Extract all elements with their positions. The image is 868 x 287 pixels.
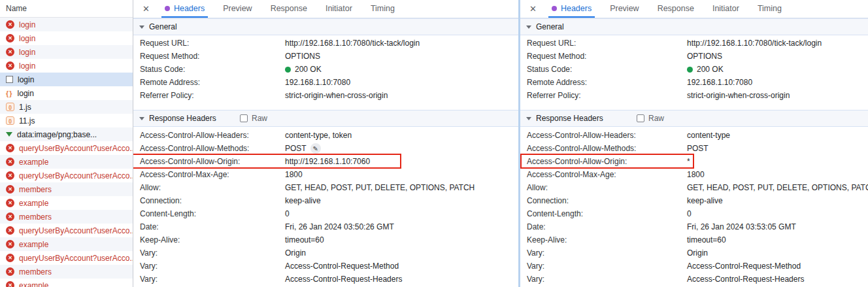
request-row[interactable]: ✕example xyxy=(0,155,133,169)
header-name: Allow: xyxy=(527,183,687,192)
request-row[interactable]: ✕login xyxy=(0,59,133,73)
header-value-wrap: http://192.168.1.10:7060 xyxy=(285,157,370,166)
request-name: example xyxy=(19,158,48,167)
error-icon: ✕ xyxy=(6,144,14,152)
general-section-title: General xyxy=(149,22,177,31)
tab-initiator[interactable]: Initiator xyxy=(709,0,743,18)
error-icon: ✕ xyxy=(6,240,14,248)
response-headers-section-header[interactable]: Response HeadersRaw xyxy=(133,110,518,127)
header-name: Request URL: xyxy=(140,39,285,48)
raw-checkbox[interactable] xyxy=(637,114,644,122)
tab-bar: ✕HeadersPreviewResponseInitiatorTiming xyxy=(133,0,518,18)
request-row[interactable]: ✕login xyxy=(0,18,133,31)
response-headers-section-title: Response Headers xyxy=(536,114,603,123)
request-row[interactable]: ✕queryUserByAccount?userAcco... xyxy=(0,224,133,237)
request-row[interactable]: ✕queryUserByAccount?userAcco... xyxy=(0,251,133,265)
tab-label: Initiator xyxy=(712,4,739,13)
raw-toggle[interactable]: Raw xyxy=(240,114,267,123)
raw-toggle[interactable]: Raw xyxy=(637,114,664,123)
header-value-wrap: 0 xyxy=(687,209,692,218)
header-value: http://192.168.1.10:7060 xyxy=(285,157,370,166)
header-value-wrap: timeout=60 xyxy=(687,235,726,245)
header-row: Vary:Access-Control-Request-Method xyxy=(133,260,518,273)
triangle-expand-icon xyxy=(6,132,12,137)
header-row: Vary:Access-Control-Request-Headers xyxy=(520,273,868,286)
header-value-wrap: Access-Control-Request-Method xyxy=(285,262,399,271)
error-icon: ✕ xyxy=(6,212,14,221)
general-rows: Request URL:http://192.168.1.10:7080/tic… xyxy=(133,35,518,102)
tab-headers[interactable]: Headers xyxy=(548,0,595,18)
tab-timing[interactable]: Timing xyxy=(754,0,785,18)
request-row[interactable]: ✕example xyxy=(0,279,133,287)
header-value: GET, HEAD, POST, PUT, DELETE, OPTIONS, P… xyxy=(687,183,868,192)
header-value: GET, HEAD, POST, PUT, DELETE, OPTIONS, P… xyxy=(285,183,475,192)
general-section-header[interactable]: General xyxy=(133,18,518,35)
request-row[interactable]: ✕queryUserByAccount?userAcco... xyxy=(0,141,133,155)
request-name: example xyxy=(19,240,48,249)
header-name: Request URL: xyxy=(527,39,687,48)
request-name: queryUserByAccount?userAcco... xyxy=(19,254,133,263)
edit-pencil-icon[interactable]: ✎ xyxy=(310,143,321,154)
header-name: Vary: xyxy=(527,248,687,258)
script-icon: () xyxy=(6,103,14,111)
header-row: Vary:Access-Control-Request-Method xyxy=(520,260,868,273)
header-value-wrap: Fri, 26 Jan 2024 03:53:05 GMT xyxy=(687,222,796,231)
header-value-wrap: 192.168.1.10:7080 xyxy=(285,78,350,87)
tab-initiator[interactable]: Initiator xyxy=(322,0,356,18)
header-value: Access-Control-Request-Method xyxy=(285,262,399,271)
request-row[interactable]: ✕members xyxy=(0,265,133,279)
response-headers-section-header[interactable]: Response HeadersRaw xyxy=(520,110,868,127)
request-name: login xyxy=(18,89,34,98)
header-value: 192.168.1.10:7080 xyxy=(285,78,350,87)
header-name: Vary: xyxy=(140,262,285,271)
request-row[interactable]: ✕example xyxy=(0,237,133,251)
request-row[interactable]: ()1.js xyxy=(0,100,133,114)
request-name: members xyxy=(19,267,52,277)
request-row[interactable]: login xyxy=(0,73,133,86)
override-dot-icon xyxy=(552,6,557,11)
request-name: queryUserByAccount?userAcco... xyxy=(19,144,133,153)
header-value-wrap: content-type xyxy=(687,131,730,140)
request-name: queryUserByAccount?userAcco... xyxy=(19,226,133,235)
request-name: login xyxy=(19,61,35,71)
header-name: Remote Address: xyxy=(140,78,285,87)
header-name: Access-Control-Allow-Headers: xyxy=(140,131,285,140)
header-row: Connection:keep-alive xyxy=(520,194,868,207)
request-row[interactable]: ✕login xyxy=(0,31,133,45)
request-row[interactable]: ✕queryUserByAccount?userAcco... xyxy=(0,169,133,182)
request-row[interactable]: ✕members xyxy=(0,210,133,224)
collapse-triangle-icon xyxy=(526,25,531,29)
request-row[interactable]: ()11.js xyxy=(0,114,133,127)
header-row: Referrer Policy:strict-origin-when-cross… xyxy=(520,89,868,102)
tab-response[interactable]: Response xyxy=(654,0,697,18)
tab-response[interactable]: Response xyxy=(267,0,310,18)
name-column-header[interactable]: Name xyxy=(0,0,133,18)
request-row[interactable]: {}login xyxy=(0,86,133,100)
header-name: Referrer Policy: xyxy=(527,91,687,100)
response-header-rows: Access-Control-Allow-Headers:content-typ… xyxy=(133,127,518,286)
general-section-header[interactable]: General xyxy=(520,18,868,35)
header-value-wrap: 0 xyxy=(285,209,290,218)
tab-timing[interactable]: Timing xyxy=(367,0,398,18)
collapse-triangle-icon xyxy=(139,25,144,29)
tab-headers[interactable]: Headers xyxy=(161,0,208,18)
request-name: login xyxy=(18,75,34,84)
general-section-title: General xyxy=(536,22,564,31)
header-row: Remote Address:192.168.1.10:7080 xyxy=(520,76,868,89)
header-row: Allow:GET, HEAD, POST, PUT, DELETE, OPTI… xyxy=(133,181,518,194)
request-row[interactable]: ✕login xyxy=(0,45,133,59)
request-list-sidebar: Name ✕login✕login✕login✕loginlogin{}logi… xyxy=(0,0,133,287)
header-name: Access-Control-Max-Age: xyxy=(140,170,285,179)
raw-checkbox[interactable] xyxy=(240,114,248,122)
tab-preview[interactable]: Preview xyxy=(220,0,255,18)
header-value-wrap: 200 OK xyxy=(687,65,724,74)
request-row[interactable]: ✕members xyxy=(0,182,133,196)
close-icon[interactable]: ✕ xyxy=(529,4,537,14)
header-row: Access-Control-Allow-Methods:POST xyxy=(520,142,868,155)
header-value-wrap: strict-origin-when-cross-origin xyxy=(687,91,790,100)
request-row[interactable]: ✕example xyxy=(0,196,133,210)
tab-preview[interactable]: Preview xyxy=(607,0,642,18)
close-icon[interactable]: ✕ xyxy=(142,4,150,14)
request-row[interactable]: data:image/png;base... xyxy=(0,127,133,141)
header-value-wrap: 1800 xyxy=(687,170,705,179)
